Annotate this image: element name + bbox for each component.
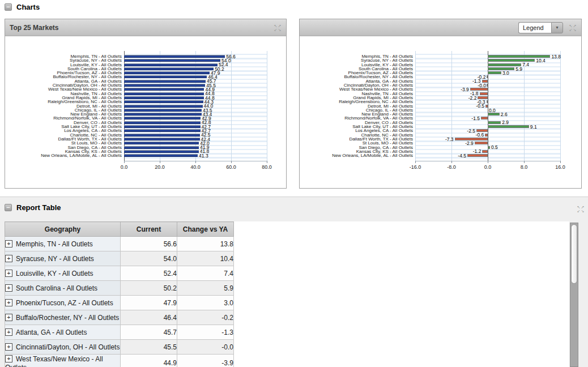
legend-dropdown[interactable]: Legend ▼ bbox=[518, 22, 563, 33]
bar-track: -2.9 bbox=[415, 141, 560, 145]
bar[interactable] bbox=[124, 117, 201, 120]
chart-row: West Texas/New Mexico - All Outlets-3.9 bbox=[301, 87, 560, 91]
bar[interactable] bbox=[488, 125, 529, 128]
current-value: 54.0 bbox=[121, 251, 177, 266]
bar[interactable] bbox=[124, 67, 214, 70]
collapse-report-icon[interactable]: − bbox=[5, 204, 12, 211]
bar[interactable] bbox=[485, 134, 488, 136]
bar[interactable] bbox=[124, 84, 205, 87]
bar[interactable] bbox=[482, 150, 488, 153]
bar[interactable] bbox=[124, 63, 218, 66]
column-header-current[interactable]: Current bbox=[121, 222, 177, 237]
expand-row-icon[interactable]: + bbox=[5, 240, 12, 247]
bar[interactable] bbox=[488, 67, 514, 70]
table-row: +West Texas/New Mexico - All Outlets44.9… bbox=[5, 355, 234, 367]
bar-track: 10.4 bbox=[415, 58, 560, 62]
bar[interactable] bbox=[475, 142, 488, 144]
bar[interactable] bbox=[124, 59, 220, 62]
bar[interactable] bbox=[124, 129, 201, 132]
chart-row: Grand Rapids, MI - All Outlets44.8 bbox=[6, 96, 267, 100]
bar[interactable] bbox=[124, 55, 225, 58]
expand-row-icon[interactable]: + bbox=[5, 314, 12, 321]
bar-track: 0.0 bbox=[415, 108, 560, 112]
bar-track: 44.8 bbox=[124, 96, 267, 100]
axis-tick-label: 20.0 bbox=[155, 164, 165, 170]
scrollbar-thumb[interactable] bbox=[571, 224, 577, 284]
column-header-geography[interactable]: Geography bbox=[5, 222, 121, 237]
bar[interactable] bbox=[124, 138, 200, 140]
bar[interactable] bbox=[124, 134, 200, 136]
bar[interactable] bbox=[124, 75, 207, 78]
caret-glyph: ▼ bbox=[555, 25, 559, 29]
current-values-bar-chart: Memphis, TN - All Outlets56.6Syracuse, N… bbox=[6, 51, 267, 172]
axis-tick bbox=[488, 161, 488, 163]
column-header-change[interactable]: Change vs YA bbox=[177, 222, 234, 237]
bar[interactable] bbox=[124, 105, 203, 108]
bar-track: 2.6 bbox=[415, 112, 560, 116]
bar[interactable] bbox=[487, 75, 488, 78]
bar[interactable] bbox=[487, 84, 488, 87]
bar[interactable] bbox=[124, 88, 204, 91]
bar-track: 7.4 bbox=[415, 63, 560, 67]
bar[interactable] bbox=[124, 71, 210, 74]
chart-row: Phoenix/Tucson, AZ - All Outlets47.9 bbox=[6, 71, 267, 75]
chart-row: Los Angeles, CA - All Outlets42.7 bbox=[6, 129, 267, 133]
bar[interactable] bbox=[124, 150, 199, 153]
expand-row-icon[interactable]: + bbox=[5, 328, 12, 336]
bar-track: 44.0 bbox=[124, 104, 267, 108]
bar[interactable] bbox=[124, 125, 201, 128]
bar[interactable] bbox=[485, 105, 488, 108]
report-table-section: − Report Table ↖ ↗ ↙ ↘ Geography Current… bbox=[0, 197, 588, 367]
bar[interactable] bbox=[124, 121, 201, 124]
arrow-nw-icon: ↖ bbox=[577, 205, 581, 209]
bar[interactable] bbox=[124, 146, 199, 149]
bar[interactable] bbox=[467, 154, 488, 157]
top25-panel-title: Top 25 Markets bbox=[10, 24, 58, 32]
bar-track: 56.6 bbox=[124, 54, 267, 58]
expand-row-icon[interactable]: + bbox=[5, 355, 12, 362]
expand-row-icon[interactable]: + bbox=[5, 299, 12, 306]
expand-row-icon[interactable]: + bbox=[5, 270, 12, 277]
axis-tick-label: 40.0 bbox=[190, 164, 201, 170]
chart-row: Atlanta, GA - All Outlets45.7 bbox=[6, 79, 267, 83]
bar[interactable] bbox=[124, 109, 202, 112]
expand-row-icon[interactable]: + bbox=[5, 343, 12, 351]
resize-arrows-icon[interactable]: ↖ ↗ ↙ ↘ bbox=[274, 24, 282, 32]
bar[interactable] bbox=[488, 121, 501, 124]
bar[interactable] bbox=[487, 100, 488, 103]
chart-row: New Orleans, LA/Mobile, AL - All Outlets… bbox=[6, 153, 267, 157]
chart-row: Buffalo/Rochester, NY - All Outlets46.4 bbox=[6, 75, 267, 79]
chart-row: Syracuse, NY - All Outlets10.4 bbox=[301, 58, 560, 62]
expand-row-icon[interactable]: + bbox=[5, 255, 12, 262]
dropdown-arrow-icon[interactable]: ▼ bbox=[551, 22, 563, 33]
bar[interactable] bbox=[124, 154, 198, 157]
bar[interactable] bbox=[124, 96, 204, 99]
bar[interactable] bbox=[124, 113, 202, 116]
change-value: -3.9 bbox=[177, 355, 234, 367]
bar[interactable] bbox=[124, 100, 203, 103]
dashboard-page: { "sections": { "charts_title": "Charts"… bbox=[0, 0, 588, 367]
bar[interactable] bbox=[488, 71, 501, 74]
chart-row: Cincinnati/Dayton, OH - All Outlets45.5 bbox=[6, 83, 267, 87]
bar-track: 9.1 bbox=[415, 125, 560, 129]
bar[interactable] bbox=[124, 142, 199, 144]
bar-track: -1.2 bbox=[415, 150, 560, 153]
chart-row: West Texas/New Mexico - All Outlets44.9 bbox=[6, 87, 267, 91]
bar[interactable] bbox=[488, 146, 490, 149]
resize-arrows-icon[interactable]: ↖ ↗ ↙ ↘ bbox=[577, 205, 585, 213]
vertical-scrollbar[interactable] bbox=[570, 223, 578, 367]
bar[interactable] bbox=[488, 113, 500, 116]
axis-tick bbox=[231, 161, 232, 163]
bar[interactable] bbox=[481, 117, 488, 120]
expand-row-icon[interactable]: + bbox=[5, 284, 12, 292]
chart-row: Memphis, TN - All Outlets13.8 bbox=[301, 54, 560, 58]
collapse-charts-icon[interactable]: − bbox=[5, 3, 12, 11]
resize-arrows-icon[interactable]: ↖ ↗ ↙ ↘ bbox=[569, 24, 577, 32]
bar[interactable] bbox=[124, 92, 204, 95]
bar-track: -7.3 bbox=[415, 137, 560, 141]
change-value: 7.4 bbox=[177, 266, 234, 281]
bar[interactable] bbox=[480, 92, 488, 95]
bar-track: 0.5 bbox=[415, 146, 560, 150]
bar[interactable] bbox=[124, 80, 206, 83]
geography-label: Buffalo/Rochester, NY - All Outlets bbox=[16, 314, 119, 322]
